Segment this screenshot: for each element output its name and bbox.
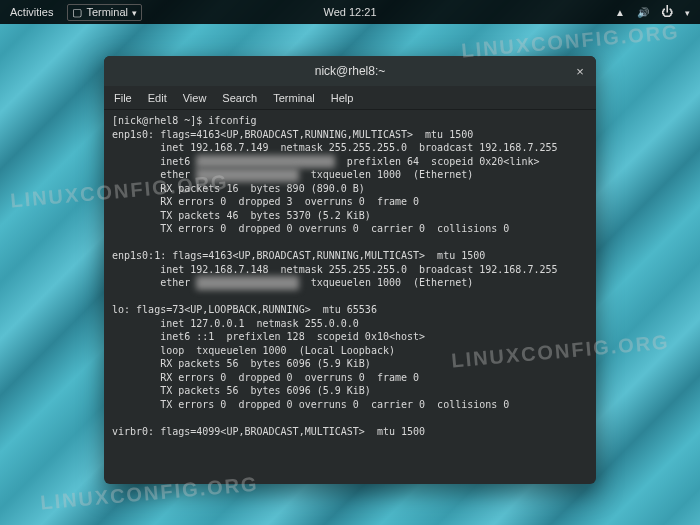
output-line: inet 127.0.0.1 netmask 255.0.0.0 <box>112 318 359 329</box>
output-line: inet 192.168.7.148 netmask 255.255.255.0… <box>112 264 558 275</box>
gnome-top-panel: Activities ▢ Terminal Wed 12:21 <box>0 0 700 24</box>
window-title: nick@rhel8:~ <box>315 64 386 78</box>
network-icon[interactable] <box>615 6 625 18</box>
output-line: inet6 ::1 prefixlen 128 scopeid 0x10<hos… <box>112 331 425 342</box>
terminal-icon: ▢ <box>72 6 82 19</box>
output-line: txqueuelen 1000 (Ethernet) <box>299 277 474 288</box>
output-line: loop txqueuelen 1000 (Local Loopback) <box>112 345 395 356</box>
output-line: TX errors 0 dropped 0 overruns 0 carrier… <box>112 223 509 234</box>
output-line: inet 192.168.7.149 netmask 255.255.255.0… <box>112 142 558 153</box>
window-titlebar[interactable]: nick@rhel8:~ × <box>104 56 596 86</box>
power-icon[interactable] <box>661 5 673 19</box>
output-line: prefixlen 64 scopeid 0x20<link> <box>335 156 540 167</box>
output-line: inet6 <box>112 156 196 167</box>
prompt: [nick@rhel8 ~]$ <box>112 115 208 126</box>
terminal-menubar: File Edit View Search Terminal Help <box>104 86 596 110</box>
menu-view[interactable]: View <box>183 92 207 104</box>
redacted-mac: xx:xx:xx:xx:xx:xx <box>196 168 298 182</box>
output-line: RX errors 0 dropped 3 overruns 0 frame 0 <box>112 196 419 207</box>
close-button[interactable]: × <box>572 63 588 79</box>
app-menu-label: Terminal <box>86 6 128 18</box>
menu-help[interactable]: Help <box>331 92 354 104</box>
redacted-ipv6: xxxx::xxxx:xx:xxxx:xxxx <box>196 155 334 169</box>
chevron-down-icon[interactable] <box>685 6 690 18</box>
terminal-output[interactable]: [nick@rhel8 ~]$ ifconfig enp1s0: flags=4… <box>104 110 596 442</box>
output-line: lo: flags=73<UP,LOOPBACK,RUNNING> mtu 65… <box>112 304 377 315</box>
output-line: ether <box>112 169 196 180</box>
output-line: enp1s0:1: flags=4163<UP,BROADCAST,RUNNIN… <box>112 250 485 261</box>
output-line: TX errors 0 dropped 0 overruns 0 carrier… <box>112 399 509 410</box>
menu-file[interactable]: File <box>114 92 132 104</box>
output-line: virbr0: flags=4099<UP,BROADCAST,MULTICAS… <box>112 426 425 437</box>
output-line: TX packets 46 bytes 5370 (5.2 KiB) <box>112 210 371 221</box>
menu-search[interactable]: Search <box>222 92 257 104</box>
terminal-window: nick@rhel8:~ × File Edit View Search Ter… <box>104 56 596 484</box>
clock[interactable]: Wed 12:21 <box>323 6 376 18</box>
menu-terminal[interactable]: Terminal <box>273 92 315 104</box>
volume-icon[interactable] <box>637 6 649 18</box>
output-line: RX packets 16 bytes 890 (890.0 B) <box>112 183 365 194</box>
menu-edit[interactable]: Edit <box>148 92 167 104</box>
output-line: RX packets 56 bytes 6096 (5.9 KiB) <box>112 358 371 369</box>
app-menu[interactable]: ▢ Terminal <box>67 4 142 21</box>
command: ifconfig <box>208 115 256 126</box>
output-line: txqueuelen 1000 (Ethernet) <box>299 169 474 180</box>
output-line: TX packets 56 bytes 6096 (5.9 KiB) <box>112 385 371 396</box>
redacted-mac: xx:xx:xx:xx:xx:xx <box>196 276 298 290</box>
output-line: ether <box>112 277 196 288</box>
output-line: RX errors 0 dropped 0 overruns 0 frame 0 <box>112 372 419 383</box>
output-line: enp1s0: flags=4163<UP,BROADCAST,RUNNING,… <box>112 129 473 140</box>
activities-button[interactable]: Activities <box>10 6 53 18</box>
chevron-down-icon <box>132 6 137 18</box>
